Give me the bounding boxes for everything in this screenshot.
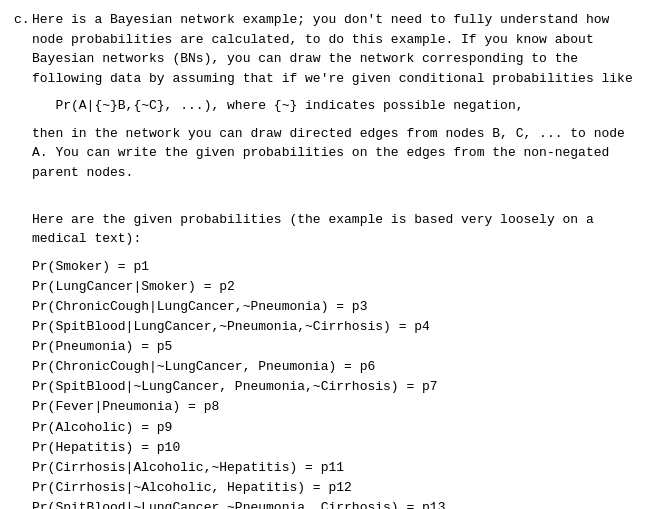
intro-paragraph: Here are the given probabilities (the ex…: [32, 190, 635, 249]
prob-line-9: Pr(Alcoholic) = p9: [32, 418, 635, 438]
probability-formula-line: Pr(A|{~}B,{~C}, ...), where {~} indicate…: [32, 96, 635, 116]
prob-line-4: Pr(SpitBlood|LungCancer,~Pneumonia,~Cirr…: [32, 317, 635, 337]
prob-line-1: Pr(Smoker) = p1: [32, 257, 635, 277]
section-body: Here is a Bayesian network example; you …: [32, 10, 635, 509]
prob-line-3: Pr(ChronicCough|LungCancer,~Pneumonia) =…: [32, 297, 635, 317]
paragraph-2-text: then in the network you can draw directe…: [32, 126, 625, 180]
prob-line-11: Pr(Cirrhosis|Alcoholic,~Hepatitis) = p11: [32, 458, 635, 478]
prob-line-2: Pr(LungCancer|Smoker) = p2: [32, 277, 635, 297]
section-c: c. Here is a Bayesian network example; y…: [14, 10, 635, 509]
prob-line-7: Pr(SpitBlood|~LungCancer, Pneumonia,~Cir…: [32, 377, 635, 397]
prob-line-10: Pr(Hepatitis) = p10: [32, 438, 635, 458]
section-label: c.: [14, 10, 32, 509]
paragraph-2: then in the network you can draw directe…: [32, 124, 635, 183]
probability-formula: Pr(A|{~}B,{~C}, ...), where {~} indicate…: [32, 98, 523, 113]
prob-line-13: Pr(SpitBlood|~LungCancer,~Pneumonia, Cir…: [32, 498, 635, 509]
prob-line-12: Pr(Cirrhosis|~Alcoholic, Hepatitis) = p1…: [32, 478, 635, 498]
prob-line-8: Pr(Fever|Pneumonia) = p8: [32, 397, 635, 417]
paragraph-1-text: Here is a Bayesian network example; you …: [32, 12, 633, 86]
prob-line-6: Pr(ChronicCough|~LungCancer, Pneumonia) …: [32, 357, 635, 377]
intro-text: Here are the given probabilities (the ex…: [32, 212, 594, 247]
probabilities-list: Pr(Smoker) = p1 Pr(LungCancer|Smoker) = …: [32, 257, 635, 510]
prob-line-5: Pr(Pneumonia) = p5: [32, 337, 635, 357]
main-content: c. Here is a Bayesian network example; y…: [0, 0, 649, 509]
paragraph-1: Here is a Bayesian network example; you …: [32, 10, 635, 88]
